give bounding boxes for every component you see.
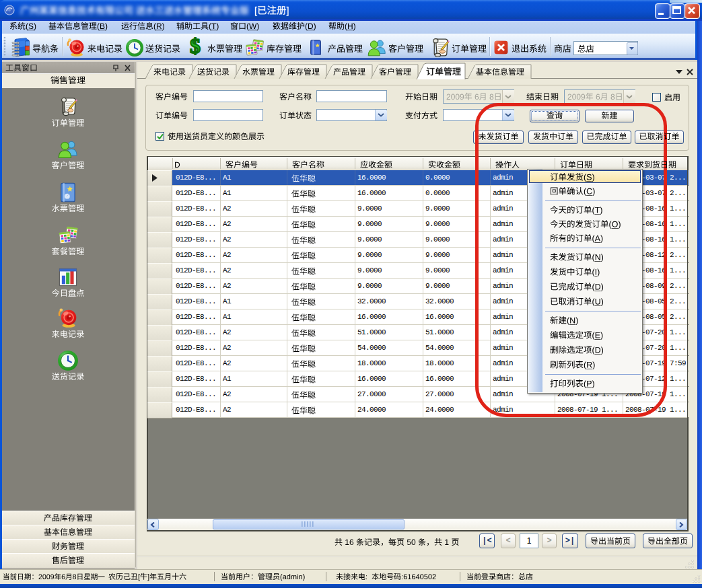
svg-text:$: $: [190, 37, 201, 56]
